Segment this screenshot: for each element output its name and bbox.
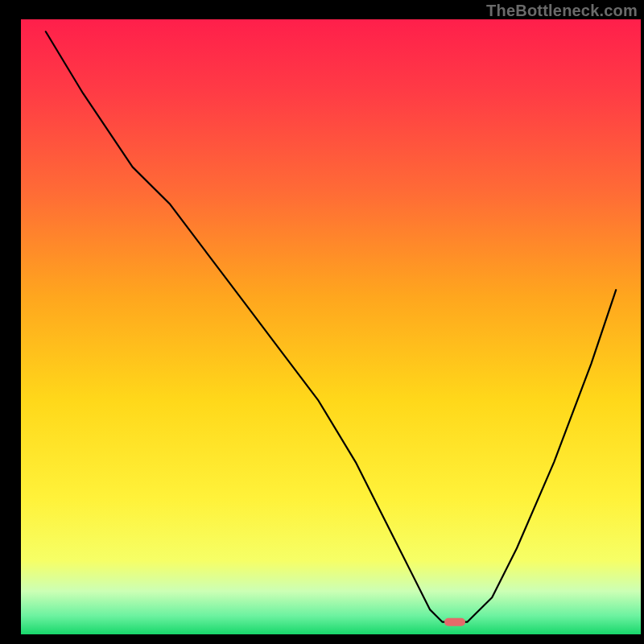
watermark-text: TheBottleneck.com [486, 2, 638, 20]
chart-frame: TheBottleneck.com [0, 0, 644, 644]
plot-background [21, 19, 641, 634]
bottleneck-chart [0, 0, 644, 644]
optimal-marker [444, 618, 465, 626]
